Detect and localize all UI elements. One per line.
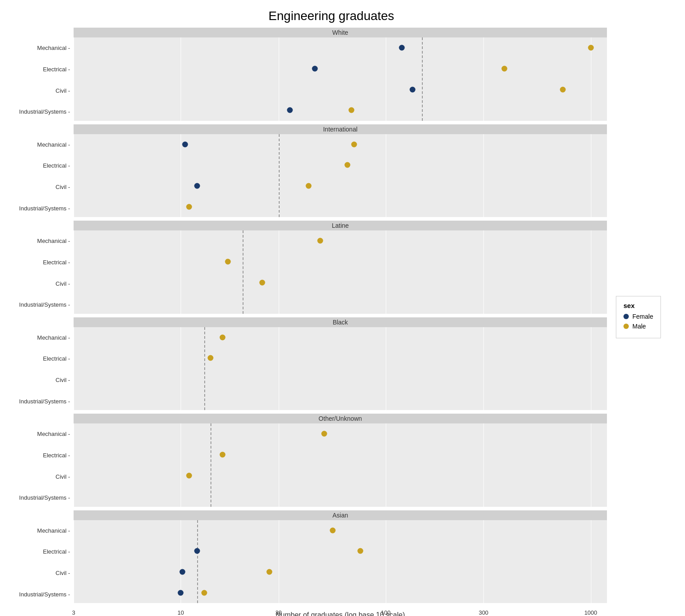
y-label-electrical: Electrical - xyxy=(43,163,70,168)
data-point-female-cat1 xyxy=(194,548,200,554)
y-label-industrial-systems: Industrial/Systems - xyxy=(19,109,70,115)
x-tick-1000: 1000 xyxy=(584,609,597,616)
facet-panel-international: International xyxy=(74,124,607,218)
grid-line-30 xyxy=(279,230,279,314)
facet-row-black: Mechanical -Electrical -Civil -Industria… xyxy=(0,317,607,412)
grid-line-1000 xyxy=(591,520,591,604)
female-dot-icon xyxy=(623,314,629,319)
facet-title-white: White xyxy=(74,28,607,37)
y-label-mechanical: Mechanical - xyxy=(37,528,70,534)
y-label-electrical: Electrical - xyxy=(43,259,70,265)
data-point-male-cat3 xyxy=(348,107,354,113)
grid-line-10 xyxy=(181,423,181,507)
y-label-electrical: Electrical - xyxy=(43,66,70,72)
facet-panel-latine: Latine xyxy=(74,221,607,314)
y-label-industrial-systems: Industrial/Systems - xyxy=(19,591,70,597)
reference-line xyxy=(243,230,243,314)
grid-line-30 xyxy=(279,37,279,121)
facet-row-asian: Mechanical -Electrical -Civil -Industria… xyxy=(0,510,607,605)
grid-line-10 xyxy=(181,230,181,314)
y-label-mechanical: Mechanical - xyxy=(37,431,70,437)
data-point-female-cat2 xyxy=(194,183,200,189)
data-point-male-cat0 xyxy=(588,45,594,51)
legend-item-female: Female xyxy=(623,313,653,320)
data-point-male-cat1 xyxy=(502,66,508,71)
y-label-civil: Civil - xyxy=(56,281,70,287)
grid-line-3 xyxy=(74,520,74,604)
grid-line-3 xyxy=(74,230,74,314)
y-label-electrical: Electrical - xyxy=(43,549,70,554)
data-point-male-cat0 xyxy=(318,238,323,244)
data-point-female-cat2 xyxy=(180,569,186,575)
data-point-male-cat0 xyxy=(351,141,357,147)
facet-title-latine: Latine xyxy=(74,221,607,230)
data-point-male-cat1 xyxy=(225,259,231,264)
y-label-electrical: Electrical - xyxy=(43,356,70,361)
y-label-mechanical: Mechanical - xyxy=(37,238,70,244)
x-tick-100: 100 xyxy=(381,609,391,616)
grid-line-100 xyxy=(386,520,386,604)
grid-line-10 xyxy=(181,134,181,218)
grid-line-300 xyxy=(483,327,484,411)
grid-line-300 xyxy=(483,37,484,121)
legend-item-male: Male xyxy=(623,323,653,330)
male-dot-icon xyxy=(623,324,629,329)
y-label-mechanical: Mechanical - xyxy=(37,335,70,341)
reference-line xyxy=(197,520,198,604)
reference-line xyxy=(210,423,211,507)
chart-container: Engineering graduates Mechanical -Electr… xyxy=(0,9,685,616)
facet-row-white: Mechanical -Electrical -Civil -Industria… xyxy=(0,28,607,123)
data-point-male-cat2 xyxy=(560,86,565,92)
y-label-industrial-systems: Industrial/Systems - xyxy=(19,495,70,501)
data-point-female-cat2 xyxy=(409,86,415,92)
facet-title-asian: Asian xyxy=(74,510,607,520)
grid-line-100 xyxy=(386,134,386,218)
data-point-male-cat1 xyxy=(208,355,214,361)
facet-row-international: Mechanical -Electrical -Civil -Industria… xyxy=(0,124,607,219)
y-label-industrial-systems: Industrial/Systems - xyxy=(19,205,70,211)
data-point-male-cat1 xyxy=(220,452,226,457)
data-point-female-cat0 xyxy=(399,45,405,51)
data-point-male-cat1 xyxy=(357,548,363,554)
data-point-male-cat1 xyxy=(344,162,350,168)
data-point-female-cat0 xyxy=(182,141,188,147)
data-point-male-cat2 xyxy=(260,279,265,285)
grid-line-300 xyxy=(483,520,484,604)
grid-line-300 xyxy=(483,230,484,314)
data-point-female-cat3 xyxy=(178,590,184,595)
y-label-mechanical: Mechanical - xyxy=(37,142,70,148)
x-axis-title: Number of graduates (log base 10 scale) xyxy=(74,609,607,616)
grid-line-30 xyxy=(279,423,279,507)
grid-line-30 xyxy=(279,327,279,411)
y-label-electrical: Electrical - xyxy=(43,452,70,458)
data-point-male-cat2 xyxy=(266,569,272,575)
facet-row-other-unknown: Mechanical -Electrical -Civil -Industria… xyxy=(0,414,607,509)
y-label-civil: Civil - xyxy=(56,377,70,383)
y-label-mechanical: Mechanical - xyxy=(37,45,70,51)
grid-line-1000 xyxy=(591,423,591,507)
grid-line-10 xyxy=(181,37,181,121)
data-point-male-cat3 xyxy=(201,590,207,595)
grid-line-300 xyxy=(483,134,484,218)
reference-line xyxy=(204,327,205,411)
data-point-male-cat0 xyxy=(330,527,335,533)
facet-title-black: Black xyxy=(74,317,607,327)
reference-line xyxy=(422,37,423,121)
reference-line xyxy=(279,134,280,218)
x-tick-10: 10 xyxy=(177,609,184,616)
grid-line-100 xyxy=(386,230,386,314)
grid-line-30 xyxy=(279,520,279,604)
x-tick-300: 300 xyxy=(479,609,488,616)
x-axis-area: 310301003001000 Number of graduates (log… xyxy=(0,607,685,616)
legend-label-female: Female xyxy=(632,313,653,320)
x-tick-30: 30 xyxy=(275,609,281,616)
grid-line-100 xyxy=(386,327,386,411)
y-label-civil: Civil - xyxy=(56,88,70,94)
data-point-male-cat3 xyxy=(186,204,192,209)
y-label-civil: Civil - xyxy=(56,184,70,190)
grid-line-10 xyxy=(181,327,181,411)
grid-line-3 xyxy=(74,37,74,121)
data-point-male-cat0 xyxy=(220,334,226,340)
data-point-male-cat2 xyxy=(305,183,311,189)
legend-label-male: Male xyxy=(632,323,646,330)
